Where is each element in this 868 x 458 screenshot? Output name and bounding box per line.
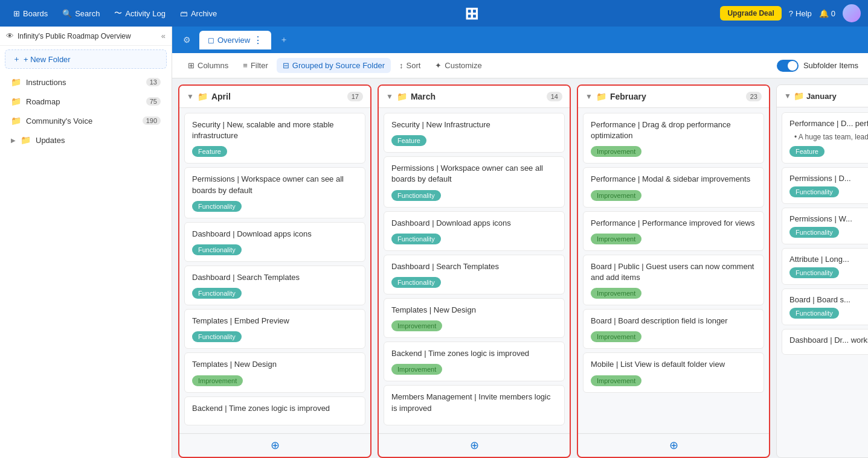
card-title: Attribute | Long... bbox=[789, 255, 868, 264]
card-title: Permissions | W... bbox=[789, 214, 868, 223]
card-tag: Improvement bbox=[391, 364, 442, 375]
card-title: Backend | Time zones logic is improved bbox=[391, 348, 557, 359]
column-header-january[interactable]: ▼ 📁 January bbox=[777, 85, 868, 107]
card[interactable]: Templates | New Design Improvement bbox=[184, 352, 365, 392]
card[interactable]: Permissions | Workspace owner can see al… bbox=[184, 167, 365, 218]
sidebar-item-roadmap[interactable]: 📁 Roadmap 75 bbox=[4, 92, 168, 110]
card[interactable]: Templates | New Design Improvement bbox=[384, 298, 565, 338]
plus-icon: ＋ bbox=[13, 54, 21, 65]
add-card-button[interactable]: ⊕ bbox=[271, 439, 280, 451]
column-header-february[interactable]: ▼ 📁 February 23 bbox=[578, 86, 769, 108]
help-button[interactable]: ? Help bbox=[789, 9, 812, 18]
toggle-knob bbox=[788, 61, 797, 71]
nav-search[interactable]: 🔍 Search bbox=[56, 6, 106, 21]
columns-button[interactable]: ⊞ Columns bbox=[182, 58, 234, 73]
customize-button[interactable]: ✦ Customize bbox=[429, 58, 487, 73]
column-title: January bbox=[806, 92, 868, 101]
nav-archive[interactable]: 🗃 Archive bbox=[174, 6, 223, 21]
board-header: ⚙ ◻ Overview ⋮ ＋ bbox=[172, 27, 868, 53]
tab-options-icon[interactable]: ⋮ bbox=[253, 34, 263, 46]
subfolder-toggle-switch[interactable] bbox=[777, 60, 799, 72]
sort-label: Sort bbox=[406, 61, 420, 70]
columns-icon: ⊞ bbox=[188, 61, 194, 70]
card[interactable]: Templates | Embed Preview Functionality bbox=[184, 309, 365, 349]
card-title: Permissions | Workspace owner can see al… bbox=[192, 174, 358, 196]
new-folder-button[interactable]: ＋ + New Folder bbox=[5, 49, 167, 69]
sidebar-item-badge: 75 bbox=[146, 97, 161, 106]
collapse-sidebar-icon[interactable]: « bbox=[161, 31, 166, 40]
nav-boards-label: Boards bbox=[23, 9, 48, 18]
card-tag: Functionality bbox=[789, 186, 839, 197]
card-title: Dashboard | Search Templates bbox=[192, 272, 358, 283]
card[interactable]: Board | Public | Guest users can now com… bbox=[583, 255, 764, 305]
card-title: Dashboard | Download apps icons bbox=[391, 218, 557, 229]
card[interactable]: Security | New, scalable and more stable… bbox=[184, 113, 365, 164]
card-title: Board | Board s... bbox=[789, 295, 868, 304]
card[interactable]: Permissions | Workspace owner can see al… bbox=[384, 156, 565, 207]
filter-button[interactable]: ≡ Filter bbox=[237, 58, 274, 73]
nav-activity-label: Activity Log bbox=[125, 9, 165, 18]
card[interactable]: Dashboard | Download apps icons Function… bbox=[384, 211, 565, 251]
card[interactable]: Permissions | D... Functionality bbox=[782, 167, 868, 204]
card[interactable]: Dashboard | Search Templates Functionali… bbox=[184, 266, 365, 305]
subfolder-toggle: Subfolder Items bbox=[777, 60, 858, 72]
card[interactable]: Performance | D... performance im... • A… bbox=[782, 112, 868, 164]
archive-icon: 🗃 bbox=[180, 9, 188, 18]
column-march: ▼ 📁 March 14 Security | New Infrastructu… bbox=[378, 84, 571, 458]
toolbar: ⊞ Columns ≡ Filter ⊟ Grouped by Source F… bbox=[172, 53, 868, 78]
card[interactable]: Dashboard | Download apps icons Function… bbox=[184, 222, 365, 262]
card-tag: Improvement bbox=[591, 288, 641, 299]
card-title: Dashboard | Search Templates bbox=[391, 261, 557, 272]
nav-left: ⊞ Boards 🔍 Search 〜 Activity Log 🗃 Archi… bbox=[7, 5, 223, 22]
view-icon: ◻ bbox=[208, 36, 214, 45]
sidebar-item-badge: 190 bbox=[143, 116, 161, 125]
columns-label: Columns bbox=[198, 61, 228, 70]
card[interactable]: Security | New Infrastructure Feature bbox=[384, 113, 565, 153]
grouped-by-button[interactable]: ⊟ Grouped by Source Folder bbox=[277, 58, 391, 73]
card[interactable]: Dashboard | Dr... workspaces bbox=[782, 329, 868, 355]
nav-boards[interactable]: ⊞ Boards bbox=[7, 6, 54, 21]
card[interactable]: Performance | Performance improved for v… bbox=[583, 211, 764, 251]
sidebar-item-label: Updates bbox=[36, 136, 65, 145]
card[interactable]: Permissions | W... Functionality bbox=[782, 208, 868, 244]
notifications-button[interactable]: 🔔 0 bbox=[819, 9, 835, 18]
nav-archive-label: Archive bbox=[191, 9, 217, 18]
sidebar-item-updates[interactable]: ▶ 📁 Updates bbox=[4, 131, 168, 149]
add-card-button[interactable]: ⊕ bbox=[470, 439, 479, 451]
column-cards-march: Security | New Infrastructure Feature Pe… bbox=[379, 108, 570, 433]
card[interactable]: Members Management | Invite members logi… bbox=[384, 385, 565, 425]
folder-icon: 📁 bbox=[596, 92, 606, 101]
customize-label: Customize bbox=[445, 61, 481, 70]
column-header-april[interactable]: ▼ 📁 April 17 bbox=[179, 86, 370, 108]
card[interactable]: Attribute | Long... Functionality bbox=[782, 248, 868, 285]
card-title: Performance | Modal & sidebar improvemen… bbox=[591, 174, 756, 185]
upgrade-button[interactable]: Upgrade Deal bbox=[720, 6, 781, 21]
collapse-icon: ▼ bbox=[784, 92, 791, 100]
tab-overview[interactable]: ◻ Overview ⋮ bbox=[199, 31, 271, 49]
avatar[interactable] bbox=[843, 4, 861, 22]
column-footer-february: ⊕ bbox=[578, 433, 769, 457]
card-tag: Improvement bbox=[391, 320, 442, 331]
card[interactable]: Mobile | List View is default folder vie… bbox=[583, 352, 764, 392]
card[interactable]: Backend | Time zones logic is improved bbox=[184, 396, 365, 425]
nav-activity-log[interactable]: 〜 Activity Log bbox=[108, 5, 171, 22]
sidebar-item-instructions[interactable]: 📁 Instructions 13 bbox=[4, 73, 168, 91]
sort-button[interactable]: ↕ Sort bbox=[393, 58, 426, 73]
card[interactable]: Performance | Modal & sidebar improvemen… bbox=[583, 167, 764, 207]
collapse-icon: ▼ bbox=[187, 92, 194, 101]
add-tab-button[interactable]: ＋ bbox=[276, 32, 292, 48]
card[interactable]: Dashboard | Search Templates Functionali… bbox=[384, 255, 565, 294]
add-card-button[interactable]: ⊕ bbox=[669, 439, 678, 451]
card[interactable]: Performance | Drag & drop performance op… bbox=[583, 113, 764, 164]
sidebar-item-community[interactable]: 📁 Community's Voice 190 bbox=[4, 112, 168, 130]
card-title: Security | New Infrastructure bbox=[391, 119, 557, 130]
settings-button[interactable]: ⚙ bbox=[179, 33, 194, 47]
sidebar-board-title: Infinity's Public Roadmap Overview bbox=[18, 32, 131, 40]
card[interactable]: Board | Board s... Functionality bbox=[782, 288, 868, 325]
card[interactable]: Board | Board description field is longe… bbox=[583, 309, 764, 349]
card-title: Members Management | Invite members logi… bbox=[391, 392, 557, 413]
filter-icon: ≡ bbox=[243, 61, 248, 70]
column-header-march[interactable]: ▼ 📁 March 14 bbox=[379, 86, 570, 108]
card[interactable]: Backend | Time zones logic is improved I… bbox=[384, 342, 565, 381]
card-tag: Functionality bbox=[391, 234, 441, 244]
